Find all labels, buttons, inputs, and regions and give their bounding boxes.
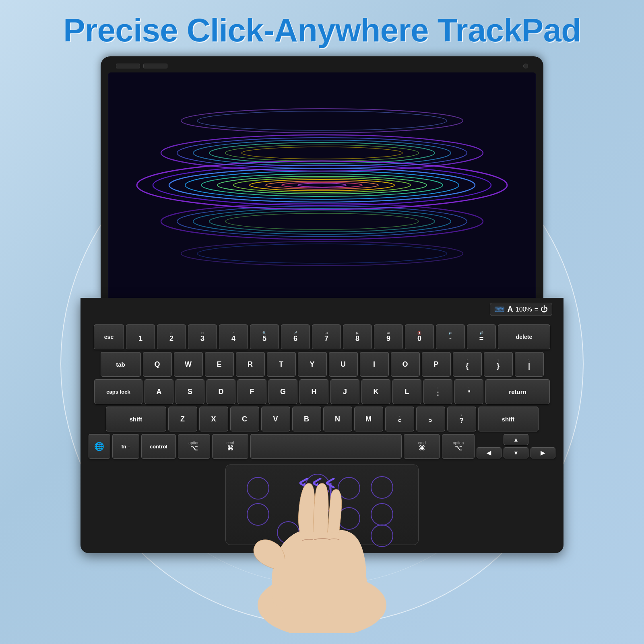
key-backslash[interactable]: \| xyxy=(515,352,544,377)
key-period[interactable]: .> xyxy=(416,407,445,431)
home-row: caps lock A S D F G H J K L ;: '" return xyxy=(89,379,555,404)
key-x[interactable]: X xyxy=(199,407,228,431)
status-battery: 100% xyxy=(516,306,532,313)
trackpad[interactable] xyxy=(225,464,419,545)
ipad-button xyxy=(116,64,140,68)
bottom-row: 🌐 fn ↑ control option⌥ cmd⌘ cmd⌘ option⌥… xyxy=(89,434,555,459)
key-cmd-right[interactable]: cmd⌘ xyxy=(404,434,440,459)
key-bracket-l[interactable]: [{ xyxy=(453,352,482,377)
key-cmd-left[interactable]: cmd⌘ xyxy=(212,434,248,459)
key-option-right[interactable]: option⌥ xyxy=(442,434,475,459)
key-f[interactable]: F xyxy=(237,379,266,404)
key-arrow-right[interactable]: ▶ xyxy=(530,447,555,458)
key-w[interactable]: W xyxy=(174,352,203,377)
key-d[interactable]: D xyxy=(206,379,235,404)
key-n[interactable]: N xyxy=(323,407,352,431)
key-q[interactable]: Q xyxy=(143,352,172,377)
svg-rect-0 xyxy=(109,72,535,298)
key-i[interactable]: I xyxy=(360,352,389,377)
key-slash[interactable]: /? xyxy=(447,407,476,431)
key-globe[interactable]: 🌐 xyxy=(89,434,110,459)
key-space[interactable] xyxy=(250,434,402,459)
key-u[interactable]: U xyxy=(329,352,358,377)
arrow-key-group: ▲ ◀ ▼ ▶ xyxy=(477,434,555,459)
key-7[interactable]: ⏮7 xyxy=(312,324,341,349)
key-r[interactable]: R xyxy=(236,352,265,377)
key-0[interactable]: 🔇0 xyxy=(405,324,434,349)
key-arrow-down[interactable]: ▼ xyxy=(504,447,528,458)
shift-row: shift Z X C V B N M ,< .> /? shift xyxy=(89,407,555,431)
ipad-front-camera xyxy=(523,64,528,68)
keyboard-body: ⌨ A 100% = ⏻ esc ·1 ☼2 □3 ⌂4 🔍5 🎤6 ⏮7 ▶8… xyxy=(80,298,564,553)
keyboard-case-container: ⌨ A 100% = ⏻ esc ·1 ☼2 □3 ⌂4 🔍5 🎤6 ⏮7 ▶8… xyxy=(80,56,564,553)
key-v[interactable]: V xyxy=(261,407,290,431)
key-return[interactable]: return xyxy=(485,379,550,404)
key-m[interactable]: M xyxy=(354,407,383,431)
ipad-body xyxy=(101,56,543,298)
key-o[interactable]: O xyxy=(391,352,420,377)
key-bracket-r[interactable]: ]} xyxy=(484,352,513,377)
function-row: esc ·1 ☼2 □3 ⌂4 🔍5 🎤6 ⏮7 ▶8 ⏭9 🔇0 🔉- 🔊= … xyxy=(89,324,555,349)
key-c[interactable]: C xyxy=(230,407,259,431)
ipad-screen-area xyxy=(101,56,543,298)
page-title: Precise Click-Anywhere TrackPad xyxy=(0,11,644,49)
key-semicolon[interactable]: ;: xyxy=(423,379,452,404)
key-arrow-up[interactable]: ▲ xyxy=(504,434,528,445)
ipad-camera-area xyxy=(116,64,167,68)
ipad-screen xyxy=(108,72,536,298)
hand-area xyxy=(221,464,423,633)
key-6[interactable]: 🎤6 xyxy=(281,324,310,349)
status-equals: = xyxy=(535,306,538,313)
key-2[interactable]: ☼2 xyxy=(157,324,186,349)
status-power: ⏻ xyxy=(541,305,548,314)
ipad-button-2 xyxy=(143,64,167,68)
key-s[interactable]: S xyxy=(175,379,204,404)
key-esc[interactable]: esc xyxy=(94,324,124,349)
key-g[interactable]: G xyxy=(268,379,297,404)
key-tab[interactable]: tab xyxy=(101,352,141,377)
key-5[interactable]: 🔍5 xyxy=(250,324,279,349)
key-capslock[interactable]: caps lock xyxy=(94,379,142,404)
key-9[interactable]: ⏭9 xyxy=(374,324,403,349)
key-j[interactable]: J xyxy=(330,379,359,404)
key-minus[interactable]: 🔉- xyxy=(436,324,465,349)
key-4[interactable]: ⌂4 xyxy=(219,324,248,349)
status-keyboard-icon: ⌨ xyxy=(494,305,505,314)
key-equals[interactable]: 🔊= xyxy=(467,324,496,349)
screen-waves xyxy=(108,72,536,298)
keyboard-rows: esc ·1 ☼2 □3 ⌂4 🔍5 🎤6 ⏮7 ▶8 ⏭9 🔇0 🔉- 🔊= … xyxy=(89,324,555,459)
qwerty-row: tab Q W E R T Y U I O P [{ ]} \| xyxy=(89,352,555,377)
key-arrow-left[interactable]: ◀ xyxy=(477,447,502,458)
key-fn[interactable]: fn ↑ xyxy=(112,434,139,459)
key-8[interactable]: ▶8 xyxy=(343,324,372,349)
key-control[interactable]: control xyxy=(141,434,175,459)
key-h[interactable]: H xyxy=(299,379,328,404)
status-letter: A xyxy=(507,305,513,314)
status-bar: ⌨ A 100% = ⏻ xyxy=(490,303,552,316)
key-option-left[interactable]: option⌥ xyxy=(178,434,211,459)
key-k[interactable]: K xyxy=(361,379,390,404)
key-quote[interactable]: '" xyxy=(454,379,483,404)
ipad-top-bar xyxy=(108,64,536,72)
key-shift-right[interactable]: shift xyxy=(478,407,539,431)
key-comma[interactable]: ,< xyxy=(385,407,414,431)
key-shift-left[interactable]: shift xyxy=(106,407,166,431)
key-a[interactable]: A xyxy=(144,379,173,404)
key-3[interactable]: □3 xyxy=(188,324,217,349)
key-l[interactable]: L xyxy=(392,379,421,404)
key-t[interactable]: T xyxy=(267,352,296,377)
key-1[interactable]: ·1 xyxy=(126,324,155,349)
key-y[interactable]: Y xyxy=(298,352,327,377)
key-delete[interactable]: delete xyxy=(498,324,550,349)
key-z[interactable]: Z xyxy=(168,407,197,431)
key-e[interactable]: E xyxy=(205,352,234,377)
key-b[interactable]: B xyxy=(292,407,321,431)
key-p[interactable]: P xyxy=(422,352,451,377)
